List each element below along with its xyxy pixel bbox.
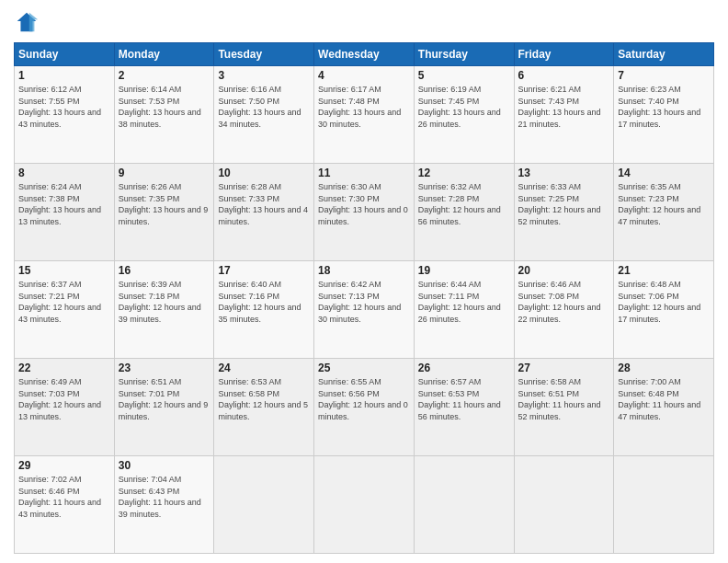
day-info: Sunrise: 6:53 AMSunset: 6:58 PMDaylight:… (218, 376, 310, 422)
table-row: 18Sunrise: 6:42 AMSunset: 7:13 PMDayligh… (314, 261, 415, 359)
logo-icon (14, 9, 40, 35)
day-info: Sunrise: 6:57 AMSunset: 6:53 PMDaylight:… (418, 376, 510, 422)
table-row: 9Sunrise: 6:26 AMSunset: 7:35 PMDaylight… (114, 164, 214, 261)
day-info: Sunrise: 6:51 AMSunset: 7:01 PMDaylight:… (119, 376, 210, 422)
table-row: 29Sunrise: 7:02 AMSunset: 6:46 PMDayligh… (15, 456, 714, 554)
table-row (514, 456, 614, 554)
calendar-body: 1Sunrise: 6:12 AMSunset: 7:55 PMDaylight… (15, 66, 714, 554)
table-row: 25Sunrise: 6:55 AMSunset: 6:56 PMDayligh… (314, 359, 415, 456)
table-row (314, 456, 415, 554)
day-info: Sunrise: 6:28 AMSunset: 7:33 PMDaylight:… (218, 181, 310, 227)
page: Sunday Monday Tuesday Wednesday Thursday… (0, 0, 728, 563)
weekday-row: Sunday Monday Tuesday Wednesday Thursday… (15, 43, 714, 66)
table-row: 5Sunrise: 6:19 AMSunset: 7:45 PMDaylight… (414, 66, 514, 164)
table-row: 17Sunrise: 6:40 AMSunset: 7:16 PMDayligh… (214, 261, 314, 359)
day-info: Sunrise: 6:23 AMSunset: 7:40 PMDaylight:… (618, 84, 710, 130)
table-row: 24Sunrise: 6:53 AMSunset: 6:58 PMDayligh… (214, 359, 314, 456)
day-number: 25 (318, 362, 410, 374)
table-row: 12Sunrise: 6:32 AMSunset: 7:28 PMDayligh… (414, 164, 514, 261)
day-number: 6 (518, 69, 610, 82)
day-info: Sunrise: 6:40 AMSunset: 7:16 PMDaylight:… (218, 279, 310, 325)
col-thursday: Thursday (414, 43, 514, 66)
day-info: Sunrise: 6:26 AMSunset: 7:35 PMDaylight:… (119, 181, 210, 227)
day-info: Sunrise: 7:02 AMSunset: 6:46 PMDaylight:… (18, 474, 110, 520)
col-monday: Monday (114, 43, 214, 66)
day-number: 20 (518, 264, 610, 277)
day-info: Sunrise: 6:55 AMSunset: 6:56 PMDaylight:… (318, 376, 410, 422)
day-info: Sunrise: 6:37 AMSunset: 7:21 PMDaylight:… (18, 279, 110, 325)
table-row: 3Sunrise: 6:16 AMSunset: 7:50 PMDaylight… (214, 66, 314, 164)
table-row: 20Sunrise: 6:46 AMSunset: 7:08 PMDayligh… (514, 261, 614, 359)
day-number: 8 (18, 167, 110, 179)
day-number: 21 (618, 264, 710, 277)
table-row (614, 456, 714, 554)
table-row: 27Sunrise: 6:58 AMSunset: 6:51 PMDayligh… (514, 359, 614, 456)
day-info: Sunrise: 6:16 AMSunset: 7:50 PMDaylight:… (218, 84, 310, 130)
day-number: 9 (119, 167, 210, 179)
day-info: Sunrise: 6:48 AMSunset: 7:06 PMDaylight:… (618, 279, 710, 325)
day-number: 28 (618, 362, 710, 374)
day-number: 12 (418, 167, 510, 179)
day-number: 1 (18, 69, 110, 82)
calendar: Sunday Monday Tuesday Wednesday Thursday… (14, 42, 714, 554)
day-number: 15 (18, 264, 110, 277)
table-row: 23Sunrise: 6:51 AMSunset: 7:01 PMDayligh… (114, 359, 214, 456)
day-number: 22 (18, 362, 110, 374)
logo (14, 9, 43, 35)
col-sunday: Sunday (15, 43, 115, 66)
table-row (214, 456, 314, 554)
day-number: 24 (218, 362, 310, 374)
header (14, 9, 714, 35)
table-row: 2Sunrise: 6:14 AMSunset: 7:53 PMDaylight… (114, 66, 214, 164)
table-row: 30Sunrise: 7:04 AMSunset: 6:43 PMDayligh… (114, 456, 214, 554)
table-row: 15Sunrise: 6:37 AMSunset: 7:21 PMDayligh… (15, 261, 714, 359)
day-info: Sunrise: 6:33 AMSunset: 7:25 PMDaylight:… (518, 181, 610, 227)
day-number: 26 (418, 362, 510, 374)
day-number: 3 (218, 69, 310, 82)
day-info: Sunrise: 6:30 AMSunset: 7:30 PMDaylight:… (318, 181, 410, 227)
day-number: 18 (318, 264, 410, 277)
svg-marker-1 (29, 13, 38, 32)
table-row: 4Sunrise: 6:17 AMSunset: 7:48 PMDaylight… (314, 66, 415, 164)
day-number: 10 (218, 167, 310, 179)
table-row: 11Sunrise: 6:30 AMSunset: 7:30 PMDayligh… (314, 164, 415, 261)
table-row: 16Sunrise: 6:39 AMSunset: 7:18 PMDayligh… (114, 261, 214, 359)
day-number: 30 (119, 459, 210, 472)
day-info: Sunrise: 6:58 AMSunset: 6:51 PMDaylight:… (518, 376, 610, 422)
day-info: Sunrise: 6:35 AMSunset: 7:23 PMDaylight:… (618, 181, 710, 227)
table-row: 29Sunrise: 7:02 AMSunset: 6:46 PMDayligh… (15, 456, 115, 554)
table-row: 8Sunrise: 6:24 AMSunset: 7:38 PMDaylight… (15, 164, 115, 261)
table-row: 1Sunrise: 6:12 AMSunset: 7:55 PMDaylight… (15, 66, 714, 164)
day-info: Sunrise: 6:17 AMSunset: 7:48 PMDaylight:… (318, 84, 410, 130)
table-row: 7Sunrise: 6:23 AMSunset: 7:40 PMDaylight… (614, 66, 714, 164)
day-number: 2 (119, 69, 210, 82)
table-row: 13Sunrise: 6:33 AMSunset: 7:25 PMDayligh… (514, 164, 614, 261)
table-row: 8Sunrise: 6:24 AMSunset: 7:38 PMDaylight… (15, 164, 714, 261)
day-info: Sunrise: 6:39 AMSunset: 7:18 PMDaylight:… (119, 279, 210, 325)
table-row: 14Sunrise: 6:35 AMSunset: 7:23 PMDayligh… (614, 164, 714, 261)
col-tuesday: Tuesday (214, 43, 314, 66)
day-number: 16 (119, 264, 210, 277)
calendar-header: Sunday Monday Tuesday Wednesday Thursday… (15, 43, 714, 66)
day-number: 13 (518, 167, 610, 179)
col-friday: Friday (514, 43, 614, 66)
col-saturday: Saturday (614, 43, 714, 66)
table-row: 10Sunrise: 6:28 AMSunset: 7:33 PMDayligh… (214, 164, 314, 261)
table-row: 19Sunrise: 6:44 AMSunset: 7:11 PMDayligh… (414, 261, 514, 359)
day-info: Sunrise: 6:21 AMSunset: 7:43 PMDaylight:… (518, 84, 610, 130)
day-number: 27 (518, 362, 610, 374)
day-info: Sunrise: 6:32 AMSunset: 7:28 PMDaylight:… (418, 181, 510, 227)
table-row: 21Sunrise: 6:48 AMSunset: 7:06 PMDayligh… (614, 261, 714, 359)
day-number: 14 (618, 167, 710, 179)
day-number: 19 (418, 264, 510, 277)
day-info: Sunrise: 6:12 AMSunset: 7:55 PMDaylight:… (18, 84, 110, 130)
day-info: Sunrise: 6:19 AMSunset: 7:45 PMDaylight:… (418, 84, 510, 130)
table-row: 6Sunrise: 6:21 AMSunset: 7:43 PMDaylight… (514, 66, 614, 164)
table-row (414, 456, 514, 554)
table-row: 22Sunrise: 6:49 AMSunset: 7:03 PMDayligh… (15, 359, 115, 456)
day-info: Sunrise: 6:14 AMSunset: 7:53 PMDaylight:… (119, 84, 210, 130)
day-number: 23 (119, 362, 210, 374)
table-row: 15Sunrise: 6:37 AMSunset: 7:21 PMDayligh… (15, 261, 115, 359)
table-row: 1Sunrise: 6:12 AMSunset: 7:55 PMDaylight… (15, 66, 115, 164)
table-row: 22Sunrise: 6:49 AMSunset: 7:03 PMDayligh… (15, 359, 714, 456)
